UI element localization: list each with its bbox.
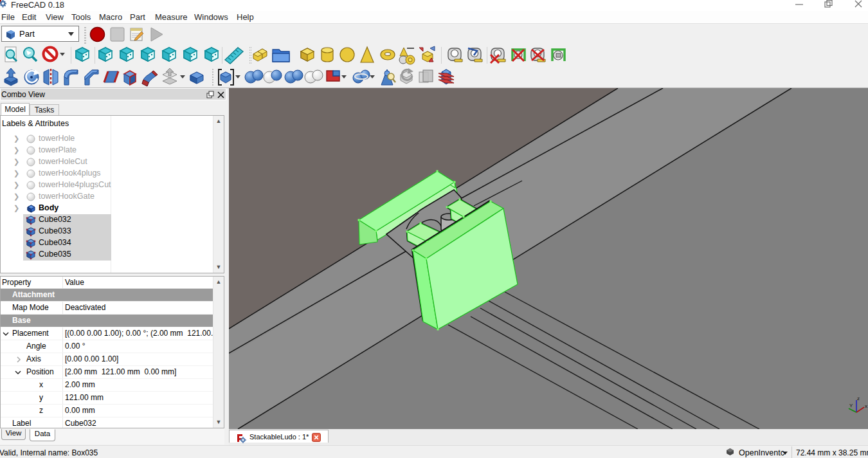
svg-text:Y: Y (849, 403, 853, 408)
svg-text:z: z (857, 396, 860, 401)
svg-text:x: x (865, 403, 867, 409)
